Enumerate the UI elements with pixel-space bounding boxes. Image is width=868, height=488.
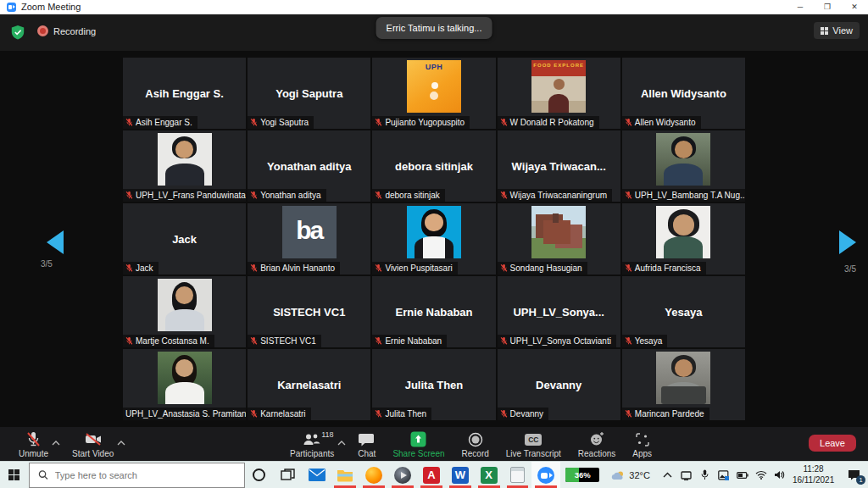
participant-name: Asih Enggar S. [140,87,228,100]
reactions-button[interactable]: Reactions [570,430,624,460]
notepad-button[interactable] [504,462,532,488]
muted-mic-icon [125,263,133,273]
participant-tile[interactable]: Asih Enggar S.Asih Enggar S. [123,58,246,129]
participant-photo-anastasia [158,352,212,404]
participant-tile[interactable]: UPH_LV_Sonya...UPH_LV_Sonya Octavianti [498,276,620,347]
battery-tray-icon[interactable] [733,464,752,486]
participant-tile[interactable]: DevannyDevanny [498,349,620,420]
page-indicator-left: 3/5 [41,259,53,269]
participant-name: Julita Then [400,379,469,391]
participant-name: Yogi Saputra [270,87,348,100]
participant-name: debora sitinjak [390,160,478,173]
search-input[interactable] [55,470,236,480]
participant-tile[interactable]: Wijaya Triwacan...Wijaya Triwacananingru… [498,130,620,202]
participant-tile[interactable]: UPH_LV_Bambang T.A Nug... [622,130,745,202]
participant-label-text: Sondang Hasugian [510,263,582,273]
acrobat-button[interactable]: A [417,462,446,488]
maximize-button[interactable]: ❐ [814,0,841,14]
next-page-arrow[interactable] [839,230,856,254]
video-off-icon [84,431,103,447]
participant-tile[interactable]: UPHPujianto Yugopuspito [372,58,495,129]
apps-button[interactable]: Apps [624,430,660,460]
minimize-button[interactable]: ─ [787,0,814,14]
recording-label: Recording [53,26,96,36]
participant-tile[interactable]: Ernie NababanErnie Nababan [372,276,495,347]
task-view-icon [281,469,295,481]
participant-tile[interactable]: Julita ThenJulita Then [372,349,495,420]
start-video-label: Start Video [72,449,114,458]
taskbar-clock[interactable]: 11:28 16/11/2021 [793,464,834,485]
volume-icon[interactable] [771,463,789,487]
participants-button[interactable]: 118 Participants [281,430,342,460]
start-button[interactable] [0,462,29,488]
participants-options-chevron-icon[interactable] [337,434,346,449]
participant-tile[interactable]: UPH_LV_Anastasia S. Pramitani... [123,349,246,420]
previous-page-arrow[interactable] [47,230,64,254]
file-explorer-button[interactable] [331,462,359,488]
participant-tile[interactable]: Yonathan adityaYonathan aditya [248,130,370,202]
search-icon [38,469,48,480]
participant-name: Allen Widysanto [636,87,732,100]
battery-percentage-widget[interactable]: 36% [565,468,599,482]
mail-app-button[interactable] [303,462,331,488]
weather-widget[interactable]: 32°C [611,470,650,480]
live-transcript-button[interactable]: CC Live Transcript [498,430,570,460]
zoom-taskbar-button[interactable] [531,462,560,488]
participant-label: debora sitinjak [372,189,444,202]
participant-tile[interactable]: Martje Costansa M. [123,276,246,347]
share-screen-button[interactable]: Share Screen [384,430,453,460]
muted-mic-icon [375,409,382,419]
audio-options-chevron-icon[interactable] [52,434,60,449]
participant-tile[interactable]: YesayaYesaya [622,276,745,347]
participant-tile[interactable]: Allen WidysantoAllen Widysanto [622,58,745,129]
start-video-button[interactable]: Start Video [64,430,122,460]
participant-tile[interactable]: UPH_LV_Frans Panduwinata [123,130,246,202]
apps-label: Apps [632,449,652,458]
media-player-button[interactable] [388,462,417,488]
action-center-button[interactable]: 1 [839,462,868,488]
wifi-icon[interactable] [752,463,771,487]
participant-label-text: Julita Then [385,409,426,419]
taskbar-search[interactable] [29,463,245,488]
recording-dot-icon [37,25,48,36]
participant-tile[interactable]: SISTECH VC1SISTECH VC1 [248,276,370,347]
view-label: View [832,25,853,36]
participant-tile[interactable]: Yogi SaputraYogi Saputra [248,58,370,129]
weather-temp: 32°C [629,470,650,480]
photos-tray-icon[interactable] [715,463,733,488]
participant-tile[interactable]: Sondang Hasugian [498,203,620,274]
participant-label-text: UPH_LV_Frans Panduwinata [136,191,246,200]
task-view-button[interactable] [274,462,303,488]
participant-tile[interactable]: debora sitinjakdebora sitinjak [372,130,495,202]
view-button[interactable]: View [814,22,860,39]
firefox-button[interactable] [359,462,388,488]
muted-mic-icon [625,191,632,200]
participant-tile[interactable]: Marincan Pardede [622,349,745,420]
tablet-mode-icon[interactable] [677,463,696,488]
window-title: Zoom Meeting [21,2,81,12]
muted-mic-icon [125,118,133,127]
participant-tile[interactable]: baBrian Alvin Hananto [248,203,370,274]
microphone-tray-icon[interactable] [696,462,715,488]
participant-label-text: Yogi Saputra [260,118,309,127]
participant-tile[interactable]: FOOD EXPLOREW Donald R Pokatong [498,58,620,129]
excel-button[interactable]: X [475,462,504,488]
record-button[interactable]: Record [453,430,498,460]
recording-indicator[interactable]: Recording [37,25,96,36]
video-options-chevron-icon[interactable] [117,434,125,449]
participant-tile[interactable]: KarnelasatriKarnelasatri [248,349,370,420]
close-button[interactable]: ✕ [841,0,868,14]
unmute-button[interactable]: Unmute [10,430,57,460]
cortana-button[interactable] [245,462,274,488]
zoom-meeting-window: Zoom Meeting ─ ❐ ✕ Recording Erric Tatim… [0,0,868,488]
participant-label-text: Jack [136,263,153,273]
cortana-icon [253,469,265,481]
leave-button[interactable]: Leave [809,435,856,452]
participant-tile[interactable]: Aufrida Francisca [622,203,745,274]
participant-tile[interactable]: Vivien Puspitasari [372,203,495,274]
muted-mic-icon [625,263,632,273]
participant-tile[interactable]: JackJack [123,203,246,274]
chat-button[interactable]: Chat [349,430,384,460]
tray-chevron-icon[interactable] [659,464,677,485]
word-button[interactable]: W [446,462,475,488]
